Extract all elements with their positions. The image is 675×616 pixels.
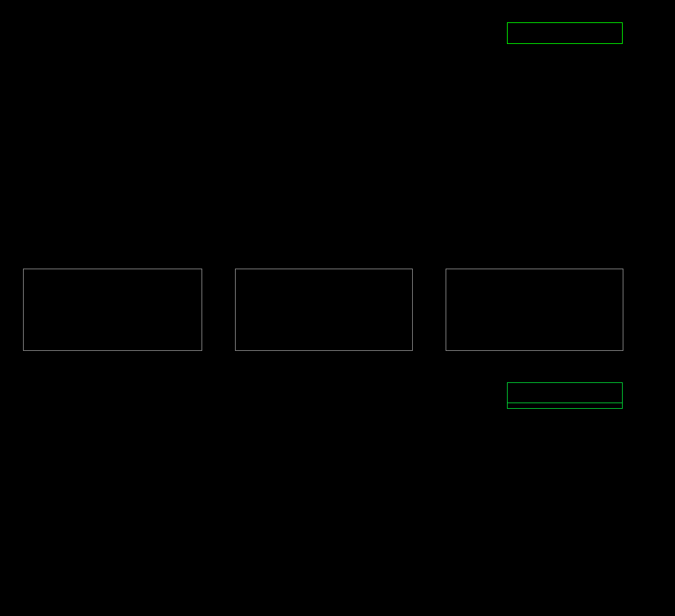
aip-output-table xyxy=(507,382,623,409)
autoscala-table-title xyxy=(508,23,622,43)
main-ionogram-canvas xyxy=(25,20,497,240)
autoscala-output-page xyxy=(0,0,675,616)
thumbnail-canvas-original-ionogram xyxy=(23,269,202,351)
autoscala-output-table xyxy=(507,22,623,44)
aip-table-title xyxy=(508,383,622,403)
profile-ionogram-canvas xyxy=(25,380,497,599)
thumbnail-canvas-evidence-f2-trace xyxy=(446,269,623,351)
aip-table-rows xyxy=(508,403,622,408)
thumbnail-canvas-eliminate-reflections xyxy=(235,269,413,351)
